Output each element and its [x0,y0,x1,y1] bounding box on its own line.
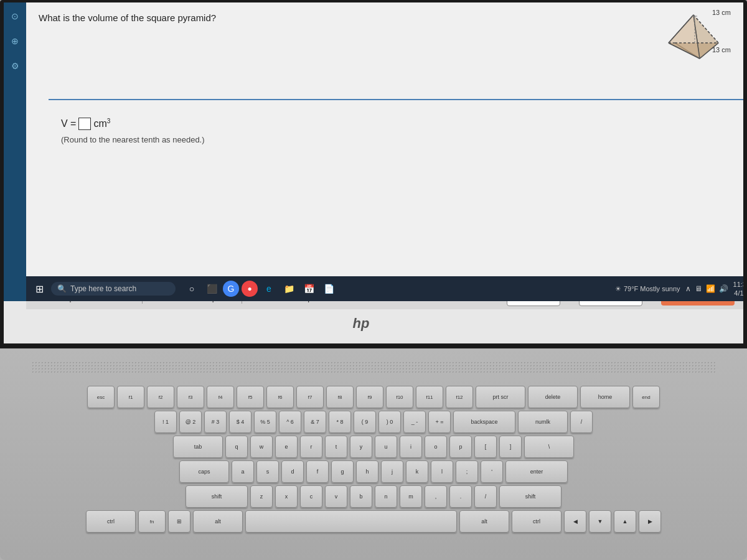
key-alt-right[interactable]: alt [459,510,509,533]
key-caps[interactable]: caps [179,460,229,483]
key-comma[interactable]: , [425,485,447,508]
key-minus[interactable]: _ - [403,411,426,433]
tray-icon-2[interactable]: 🖥 [695,284,702,293]
key-backslash[interactable]: \ [524,436,574,458]
key-delete[interactable]: delete [528,386,578,408]
key-z[interactable]: z [250,485,273,508]
key-a[interactable]: a [232,460,254,483]
key-f6[interactable]: f6 [266,386,294,408]
key-f4[interactable]: f4 [207,386,234,408]
key-space[interactable] [245,510,457,533]
key-shift-right[interactable]: shift [499,485,561,508]
key-f11[interactable]: f11 [416,386,443,408]
tray-icon-4[interactable]: 🔊 [719,284,728,293]
key-slash[interactable]: / [474,485,497,508]
key-arrow-up[interactable]: ▲ [614,510,636,533]
key-rbracket[interactable]: ] [499,436,522,458]
key-lbracket[interactable]: [ [474,436,497,458]
key-esc[interactable]: esc [87,386,115,408]
key-b[interactable]: b [350,485,372,508]
key-l[interactable]: l [431,460,453,483]
key-h[interactable]: h [356,460,378,483]
tray-icon-3[interactable]: 📶 [706,284,715,293]
taskbar-icon-2[interactable]: ⬛ [203,280,220,297]
key-y[interactable]: y [350,436,372,458]
key-end[interactable]: end [632,386,660,408]
key-alt-left[interactable]: alt [193,510,243,533]
key-numlk[interactable]: numlk [518,411,568,433]
taskbar-search-box[interactable]: 🔍 Type here to search [51,282,176,296]
key-k[interactable]: k [406,460,428,483]
key-8[interactable]: * 8 [329,411,351,433]
sidebar-icon-2[interactable]: ⊕ [7,34,22,49]
key-u[interactable]: u [375,436,397,458]
key-w[interactable]: w [250,436,273,458]
key-o[interactable]: o [425,436,447,458]
start-button[interactable]: ⊞ [30,279,49,298]
key-d[interactable]: d [281,460,304,483]
key-9[interactable]: ( 9 [354,411,376,433]
key-home[interactable]: home [580,386,630,408]
key-prtscr[interactable]: prt scr [476,386,525,408]
key-period[interactable]: . [449,485,472,508]
key-enter[interactable]: enter [505,460,568,483]
key-semicolon[interactable]: ; [456,460,478,483]
key-3[interactable]: # 3 [204,411,227,433]
key-m[interactable]: m [400,485,422,508]
key-p[interactable]: p [449,436,472,458]
key-arrow-right[interactable]: ▶ [639,510,661,533]
sidebar-icon-3[interactable]: ⚙ [7,58,22,73]
key-t[interactable]: t [325,436,347,458]
key-n[interactable]: n [375,485,397,508]
key-4[interactable]: $ 4 [229,411,251,433]
key-x[interactable]: x [275,485,298,508]
key-7[interactable]: & 7 [304,411,326,433]
key-tab[interactable]: tab [173,436,223,458]
key-f7[interactable]: f7 [296,386,324,408]
key-arrow-left[interactable]: ◀ [564,510,586,533]
taskbar-icon-6[interactable]: 📁 [280,280,298,297]
taskbar-icon-1[interactable]: ○ [183,280,200,297]
taskbar-clock[interactable]: 11:37 AM 4/1/2022 [733,280,743,298]
key-s[interactable]: s [256,460,279,483]
key-i[interactable]: i [400,436,422,458]
sidebar-icon-1[interactable]: ⊙ [7,9,22,24]
key-f5[interactable]: f5 [237,386,264,408]
key-c[interactable]: c [300,485,322,508]
taskbar-icon-8[interactable]: 📄 [320,280,337,297]
key-f[interactable]: f [306,460,329,483]
key-1[interactable]: ! 1 [154,411,177,433]
answer-input-box[interactable] [78,118,91,130]
taskbar-icon-5[interactable]: e [260,280,278,297]
key-arrow-down[interactable]: ▼ [589,510,611,533]
key-f3[interactable]: f3 [177,386,204,408]
key-6[interactable]: ^ 6 [279,411,301,433]
key-ctrl-left[interactable]: ctrl [86,510,136,533]
key-numslash[interactable]: / [570,411,593,433]
tray-icon-1[interactable]: ∧ [685,284,691,293]
key-backspace[interactable]: backspace [453,411,515,433]
key-5[interactable]: % 5 [254,411,276,433]
key-f1[interactable]: f1 [117,386,144,408]
key-f9[interactable]: f9 [356,386,383,408]
key-q[interactable]: q [225,436,248,458]
key-equals[interactable]: + = [428,411,451,433]
key-f8[interactable]: f8 [326,386,354,408]
taskbar-icon-4[interactable]: ● [242,281,258,297]
key-g[interactable]: g [331,460,354,483]
key-e[interactable]: e [275,436,298,458]
key-ctrl-right[interactable]: ctrl [512,510,561,533]
key-0[interactable]: ) 0 [378,411,401,433]
key-fn[interactable]: fn [138,510,166,533]
key-shift-left[interactable]: shift [186,485,248,508]
key-f12[interactable]: f12 [446,386,473,408]
key-win[interactable]: ⊞ [168,510,190,533]
key-quote[interactable]: ' [481,460,503,483]
key-r[interactable]: r [300,436,322,458]
key-2[interactable]: @ 2 [179,411,202,433]
taskbar-icon-3[interactable]: G [223,281,239,297]
key-f2[interactable]: f2 [147,386,174,408]
key-v[interactable]: v [325,485,347,508]
taskbar-icon-7[interactable]: 📅 [300,280,317,297]
key-f10[interactable]: f10 [386,386,413,408]
